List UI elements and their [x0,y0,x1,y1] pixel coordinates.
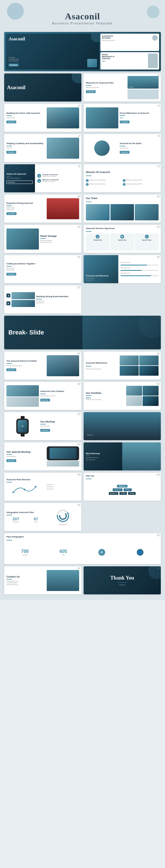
slide-cover[interactable]: Asaconil Shaping Creativity and Sustaina… [4,32,161,71]
slide-plan-two[interactable]: Plan Two Master 04 Master 03 03 Plan Num… [84,473,161,501]
svg-point-5 [59,513,66,519]
best-mockup-right [122,442,161,470]
slide-num-27: 27 [157,473,160,476]
mission-icon3: ● [86,183,89,186]
plan-icon2: 👤 [122,549,159,556]
crafting-title: Crafting Excellence Together [6,262,47,265]
milestones2-title: Asaconil Milestones [86,362,118,364]
plan-stat-700: 700 Asaconil [6,549,43,556]
slide-case-studies[interactable]: Asaconil Case Studies Portfolio Title of… [4,382,81,410]
cover-sub3: Sustainability [9,60,96,62]
slide-service[interactable]: Asaconil Service Spectrum ▲ Service One … [84,225,161,253]
slides-grid: Asaconil Shaping Creativity and Sustaina… [4,32,161,594]
slide-proud-milestones[interactable]: Proud Milestones of Asaconil 4plan Read … [84,104,161,132]
plan-chart-bot3: 03 Plan [128,492,136,495]
earth-btn[interactable]: Read More [120,151,129,154]
slide-mockup-watch[interactable]: ✕ Our Mockup Title of Mockup Read More 2… [4,412,81,440]
slide-expertise[interactable]: Expertise Driving Asaconil Adilson Alves… [4,194,81,223]
slide-infographic-plan[interactable]: Infographic Asaconil Plan 207 Asaconil 6… [4,503,81,531]
slide-mission[interactable]: Mission Of Asaconil ● Measure of Asaconi… [84,164,161,192]
stat-207: 207 Asaconil [6,517,25,523]
svg-point-0 [12,492,14,493]
slide1-photo [148,54,158,68]
our-portfolio-4plan: 4plan [86,397,125,399]
building-img [47,107,79,128]
earth-title: Asaconil for the Earth [120,142,159,145]
slide-break[interactable]: Break- Slide 17 [4,316,161,349]
stat-207-num: 207 [6,517,25,521]
plan-stat-700-num: 700 [6,549,43,554]
brand-title: Asaconil [4,11,161,22]
mockup-btn[interactable]: Read More [40,429,50,432]
diverse-sub: Portfolio Title of Asaconil [6,365,45,366]
mission-icon1: ● [86,179,89,182]
portfolio-img1 [126,386,142,396]
slide-milestones[interactable]: Asaconil Milestones Portfolio Title of A… [84,351,161,380]
slide-plan-busines[interactable]: Asaconil Plan Busines Number 01 [4,473,81,501]
crafting-btn[interactable]: Read More [6,273,16,276]
slide-plan-infographic[interactable]: Plan Infographic 700 Asaconil 605 Plan ⚙ [4,533,161,564]
cover-photo [87,59,97,67]
slide-earth[interactable]: Asaconil for the Earth Asaconil Plan Rea… [84,134,161,162]
slide-welcome-plan[interactable]: Welcome to Asaconil Plan Welcome to Asac… [84,73,161,101]
special-mockup-btn[interactable]: Read More [6,459,16,462]
diverse-btn[interactable]: Read More [6,368,16,371]
slide-building-future[interactable]: Building the Future with Asaconil Asacon… [4,104,81,132]
service-icon1: ▲ [96,235,99,239]
building-sub: Asaconil Plan [6,117,45,119]
slide-asaconil-dark[interactable]: Asaconil 2 [4,73,81,101]
slide-brand-identities[interactable]: A B Building Strong Brand Identities Ser… [4,285,81,313]
service-item1: ▲ Service One [86,234,110,251]
milestones2-sub: Portfolio Title of Asaconil [86,368,118,370]
welcome-plan-btn[interactable]: Read More [86,90,96,93]
case-title: Asaconil Case Studies [40,390,79,393]
slide-vision[interactable]: Vision Of Asaconil Vision Title of Asaco… [4,164,81,192]
slide-num-4: 4 [78,104,81,107]
team-img1 [86,204,110,220]
razel-name: Razel Xenega [40,235,79,238]
milestones-img [86,107,118,128]
slide-crafting[interactable]: Crafting Excellence Together Service One… [4,255,81,283]
milestones2-img2 [139,355,159,365]
slide-thankyou[interactable]: Thank You Asaconil 31 [84,566,161,594]
slide-web-mockup[interactable]: Asaconil Web Mockup Your Title Here Read… [84,412,161,440]
vision-btn[interactable]: Read More [6,181,33,184]
plan-icon-gear: ⚙ [98,549,105,556]
slide-our-team[interactable]: Our Team 11 [84,194,161,223]
slide-precision[interactable]: Precision and Efficiency Terminal One Te… [84,255,161,283]
slide-contact[interactable]: Contact Us info@asaconil.com +1 234 567 … [4,566,81,594]
portfolio-img4 [142,396,159,406]
vision-icon2: ● [37,179,41,183]
vision-sub: Vision Title of Asaconil [6,178,33,179]
web-mockup-img: Asaconil [86,416,119,437]
slide-shaping[interactable]: Shaping Creativity and Sustainability As… [4,134,81,162]
service-icon2: ◆ [120,235,124,239]
slide-best-mockup[interactable]: Best Mockup Mockup of Asaconil Your Titl… [84,442,161,470]
slide-razel[interactable]: Razel Xenega Presentate WEB 01 Position … [4,225,81,253]
case-btn[interactable]: Read More [40,399,50,401]
building-btn[interactable]: Read More [6,121,16,123]
plan-stat-605-num: 605 [45,549,82,554]
mission-title: Mission Of Asaconil [86,171,159,174]
shaping-btn[interactable]: Read More [6,151,16,154]
mission-item1: Measure of Asaconil Plan [89,179,105,181]
slide-diverse-portfolio[interactable]: The Asaconil Diverse Portfolio Portfolio… [4,351,81,380]
milestones-btn[interactable]: Read More [120,121,129,123]
slide-special-mockup[interactable]: Our Special Mockup Title of Mockup Read … [4,442,81,470]
expertise-btn[interactable]: Learn More [6,212,16,215]
plan-chart-mid1: Master 03 [113,488,122,491]
slide-num-11: 11 [157,195,160,198]
slide-num-5: 5 [158,104,160,107]
header-section: Asaconil Business Presentation Template [4,6,161,29]
our-portfolio-sub: Portfolio Title of Asaconil [86,399,125,400]
slide-our-portfolio[interactable]: Our Portfolio 4plan Portfolio Title of A… [84,382,161,410]
slide-num-24: 24 [77,443,81,445]
mockup-sub: Title of Mockup [40,425,79,427]
diverse-img [47,355,79,376]
cover-btn[interactable]: Read More [9,64,18,66]
plan-chart-bot2: 02 Plan [119,492,127,495]
brand-a-img [11,292,35,299]
thankyou-title: Thank You [111,575,134,581]
mission-item2: Measure of Asaconil Plan [126,179,142,181]
best-mockup-left: Best Mockup Mockup of Asaconil Your Titl… [84,442,122,470]
